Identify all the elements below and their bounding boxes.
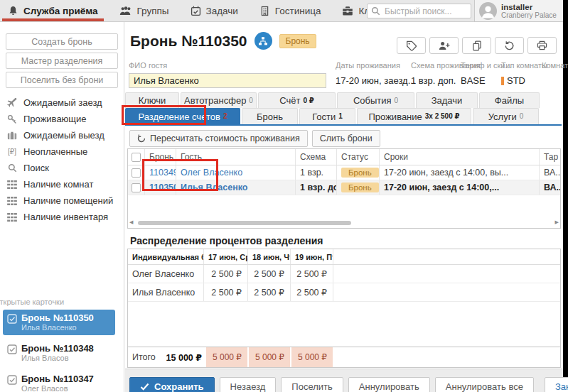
recalculate-cost-button[interactable]: Пересчитать стоимость проживания xyxy=(129,130,308,147)
scroll-left-arrow-icon[interactable]: ◀ xyxy=(129,219,133,225)
row-checkbox[interactable] xyxy=(132,183,141,192)
room-field[interactable]: Комната xyxy=(542,61,568,75)
tags-button[interactable] xyxy=(397,37,426,54)
nav-tasks[interactable]: Задачи xyxy=(180,0,249,21)
save-button[interactable]: Сохранить xyxy=(129,377,215,392)
tariff-value: ВА... xyxy=(540,180,560,195)
bell-icon xyxy=(8,6,18,16)
sidebar-item-search[interactable]: Поиск xyxy=(0,160,124,176)
sidebar-item-unpaid[interactable]: [₽] Неоплаченные xyxy=(0,143,124,160)
dist-amount[interactable]: 2 500 ₽ xyxy=(248,283,291,301)
main-panel: Бронь №110350 Бронь xyxy=(125,22,563,392)
row-status-badge: Бронь xyxy=(341,168,379,178)
distribution-row: Олег Власенко 2 500 ₽ 2 500 ₽ 2 500 ₽ xyxy=(128,265,560,283)
row-status-badge: Бронь xyxy=(341,183,379,192)
briefcase-icon xyxy=(342,6,353,16)
sidebar-item-space-availability[interactable]: Наличие помещений xyxy=(0,192,124,209)
sidebar-item-residents[interactable]: Проживающие xyxy=(0,111,124,127)
col-status: Статус xyxy=(337,149,380,165)
print-button[interactable] xyxy=(527,37,557,54)
nav-reception-label: Служба приёма xyxy=(23,6,98,16)
search-input[interactable] xyxy=(367,4,471,18)
guest-name-link[interactable]: Олег Власенко xyxy=(181,168,242,178)
sidebar-item-expected-departure[interactable]: Ожидаемый выезд xyxy=(0,127,124,143)
add-guest-button[interactable] xyxy=(429,37,459,54)
building-icon xyxy=(259,6,270,16)
copy-icon xyxy=(472,40,482,51)
screen: Служба приёма Группы Задачи Гостиница Кл… xyxy=(0,0,568,392)
create-booking-button[interactable]: Создать бронь xyxy=(6,33,118,50)
guest-name-link[interactable]: Илья Власенко xyxy=(181,183,247,192)
dist-amount[interactable]: 2 500 ₽ xyxy=(204,283,248,301)
row-checkbox[interactable] xyxy=(132,168,141,178)
total-day-amount: 5 000 ₽ xyxy=(249,347,290,367)
card-guest: Олег Власов xyxy=(21,384,111,392)
user-property: Cranberry Palace xyxy=(501,11,557,19)
select-all-checkbox[interactable] xyxy=(132,153,141,162)
booking-header: Бронь №110350 Бронь xyxy=(130,32,316,50)
active-tab-underline xyxy=(125,124,562,126)
dist-amount[interactable]: 2 500 ₽ xyxy=(291,265,333,283)
sidebar-item-label: Проживающие xyxy=(23,114,87,124)
cancel-button[interactable]: Аннулировать xyxy=(348,377,430,392)
horizontal-scrollbar[interactable]: ◀ ▶ xyxy=(129,220,559,226)
open-card-110350[interactable]: Бронь №110350 Илья Власенко xyxy=(3,310,115,335)
tab-accommodation[interactable]: Проживание3x 2 500 ₽ xyxy=(357,108,471,124)
sidebar-item-label: Неоплаченные xyxy=(23,146,87,157)
sidebar-item-expected-arrival[interactable]: Ожидаемый заезд xyxy=(0,94,124,111)
nav-groups[interactable]: Группы xyxy=(109,0,180,21)
sidebar-buttons: Создать бронь Мастер разделения Поселить… xyxy=(0,22,124,88)
card-title: Бронь №110350 xyxy=(21,312,111,323)
grid-icon xyxy=(6,213,18,222)
no-show-button[interactable]: Незаезд xyxy=(220,377,277,392)
tab-events[interactable]: События0 xyxy=(337,92,414,108)
close-button[interactable]: Закрыть xyxy=(545,377,568,392)
nav-hotel[interactable]: Гостиница xyxy=(249,0,332,21)
check-in-button[interactable]: Поселить xyxy=(281,377,343,392)
nav-reception[interactable]: Служба приёма xyxy=(0,0,109,21)
dist-amount[interactable]: 2 500 ₽ xyxy=(248,265,291,283)
tab-invoice[interactable]: Счёт0 ₽ xyxy=(258,92,336,108)
history-button[interactable] xyxy=(495,37,524,54)
tariff-value: ВА... xyxy=(540,165,560,180)
dist-amount[interactable]: 2 500 ₽ xyxy=(291,283,333,301)
open-card-110347[interactable]: Бронь №110347 Олег Власов xyxy=(3,371,115,392)
open-card-110348[interactable]: Бронь №110348 Илья Власов xyxy=(3,340,115,366)
booking-number-link[interactable]: 110349 xyxy=(149,168,176,178)
tab-bill-split[interactable]: Разделение счетов2 xyxy=(125,108,240,124)
booking-number-link[interactable]: 110350 xyxy=(149,183,176,192)
scheme-value: 1 взр. доп. xyxy=(296,180,337,195)
tab-keys[interactable]: Ключи xyxy=(125,92,179,108)
nav-hotel-label: Гостиница xyxy=(275,6,321,16)
group-booking-icon[interactable] xyxy=(254,32,272,50)
refresh-icon xyxy=(137,134,146,143)
table-row: 110349 Олег Власенко 1 взр. Бронь 17-20 … xyxy=(128,165,560,180)
sidebar-item-inventory-availability[interactable]: Наличие инвентаря xyxy=(0,209,124,225)
checkin-without-booking-button[interactable]: Поселить без брони xyxy=(6,72,118,88)
tab-autotransfer[interactable]: Автотрансфер0 xyxy=(181,92,257,108)
merge-bookings-button[interactable]: Слить брони xyxy=(312,130,380,147)
search-icon xyxy=(371,6,380,16)
tab-tasks[interactable]: Задачи xyxy=(416,92,478,108)
guest-name-input[interactable] xyxy=(129,73,326,88)
sidebar-item-room-availability[interactable]: Наличие комнат xyxy=(0,176,124,192)
card-guest: Илья Власов xyxy=(21,354,111,363)
table-header: Бронь Гость Схема Статус Сроки Тар xyxy=(128,149,560,165)
cancel-all-button[interactable]: Аннулировать все xyxy=(435,377,534,392)
guest-name-field: ФИО гостя xyxy=(129,61,326,88)
key-icon xyxy=(6,114,18,124)
tab-booking[interactable]: Бронь xyxy=(242,108,298,124)
user-name: installer xyxy=(501,3,557,11)
tab-files[interactable]: Файлы xyxy=(479,92,540,108)
tab-services[interactable]: Услуги0 xyxy=(473,108,539,124)
copy-button[interactable] xyxy=(462,37,491,54)
scroll-right-arrow-icon[interactable]: ▶ xyxy=(555,219,559,225)
user-panel[interactable]: installer Cranberry Palace xyxy=(474,0,563,22)
dist-amount[interactable]: 2 500 ₽ xyxy=(204,265,248,283)
footer-buttons: Сохранить Незаезд Поселить Аннулировать … xyxy=(129,377,568,392)
room-type-field[interactable]: Тип комнаты STD xyxy=(501,61,547,86)
split-master-button[interactable]: Мастер разделения xyxy=(6,53,118,69)
tab-guests[interactable]: Гости1 xyxy=(299,108,355,124)
scrollbar-thumb[interactable] xyxy=(138,221,351,225)
stay-dates-field[interactable]: Даты проживания 17-20 июн, заезд... xyxy=(336,61,416,86)
